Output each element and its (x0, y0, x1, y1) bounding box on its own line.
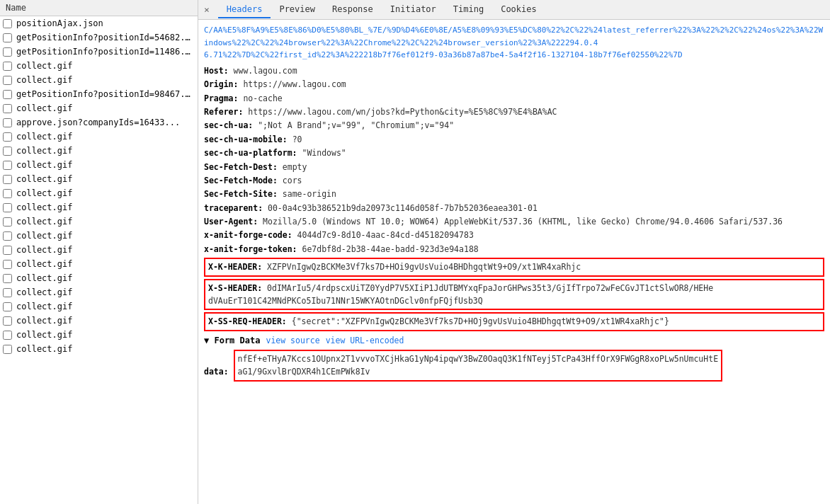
highlighted-header-name: X-SS-REQ-HEADER: (208, 316, 292, 326)
header-lines-container: Host: www.lagou.comOrigin: https://www.l… (204, 64, 824, 256)
header-name: Pragma: (204, 93, 243, 103)
list-item-checkbox[interactable] (3, 19, 12, 28)
list-item-checkbox[interactable] (3, 345, 12, 354)
list-item-checkbox[interactable] (3, 161, 12, 170)
list-item-text: collect.gif (16, 273, 72, 283)
highlighted-header: X-SS-REQ-HEADER: {"secret":"XZFPVnIgwQzB… (204, 312, 824, 331)
list-item-checkbox[interactable] (3, 62, 12, 71)
list-item-text: positionAjax.json (16, 18, 103, 28)
list-item[interactable]: collect.gif (0, 271, 198, 285)
list-item-checkbox[interactable] (3, 316, 12, 326)
list-item-checkbox[interactable] (3, 189, 12, 198)
list-item-checkbox[interactable] (3, 331, 12, 340)
list-item-text: collect.gif (16, 302, 72, 311)
list-item-text: collect.gif (16, 245, 72, 255)
list-item-checkbox[interactable] (3, 147, 12, 156)
header-name: Referer: (204, 107, 248, 117)
list-item-checkbox[interactable] (3, 76, 12, 85)
list-item[interactable]: collect.gif (0, 158, 198, 172)
left-panel-list: positionAjax.jsongetPositionInfo?positio… (0, 16, 198, 504)
list-item-checkbox[interactable] (3, 203, 12, 212)
list-item[interactable]: collect.gif (0, 229, 198, 243)
header-value: 4044d7c9-8d10-4aac-84cd-d45182094783 (297, 230, 474, 240)
list-item[interactable]: getPositionInfo?positionId=11486... (0, 45, 198, 59)
list-item[interactable]: collect.gif (0, 59, 198, 73)
list-item-checkbox[interactable] (3, 274, 12, 283)
tabs-container: HeadersPreviewResponseInitiatorTimingCoo… (218, 1, 545, 18)
list-item[interactable]: collect.gif (0, 172, 198, 186)
header-value: www.lagou.com (234, 66, 297, 76)
list-item-text: collect.gif (16, 75, 72, 85)
header-value: empty (283, 162, 307, 172)
form-data-value: nfEf+eTHyA7Kccs1OUpnx2T1vvvoTXCjHkaG1yNp… (234, 350, 723, 382)
list-item-checkbox[interactable] (3, 302, 12, 311)
list-item[interactable]: getPositionInfo?positionId=54682... (0, 30, 198, 45)
list-item-checkbox[interactable] (3, 132, 12, 142)
list-item[interactable]: collect.gif (0, 299, 198, 314)
list-item-text: collect.gif (16, 146, 72, 156)
header-value: https://www.lagou.com/wn/jobs?kd=Python&… (248, 107, 557, 117)
list-item-checkbox[interactable] (3, 217, 12, 227)
list-item[interactable]: collect.gif (0, 200, 198, 214)
list-item-text: collect.gif (16, 61, 72, 71)
tab-initiator[interactable]: Initiator (382, 1, 445, 18)
header-line: Sec-Fetch-Dest: empty (204, 161, 824, 173)
list-item[interactable]: collect.gif (0, 314, 198, 328)
list-item[interactable]: collect.gif (0, 186, 198, 200)
header-value: ";Not A Brand";v="99", "Chromium";v="94" (258, 120, 454, 130)
list-item-checkbox[interactable] (3, 175, 12, 184)
list-item-checkbox[interactable] (3, 47, 12, 57)
header-name: sec-ch-ua-mobile: (204, 134, 292, 144)
form-data-section: ▼ Form Data view source view URL-encoded… (204, 334, 824, 382)
tab-preview[interactable]: Preview (271, 1, 324, 18)
list-item-checkbox[interactable] (3, 104, 12, 113)
header-line: Referer: https://www.lagou.com/wn/jobs?k… (204, 105, 824, 118)
list-item[interactable]: collect.gif (0, 342, 198, 356)
list-item[interactable]: collect.gif (0, 214, 198, 229)
list-item[interactable]: collect.gif (0, 73, 198, 87)
list-item-text: getPositionInfo?positionId=54682... (16, 33, 195, 42)
form-data-label: ▼ Form Data (204, 334, 260, 348)
list-item[interactable]: collect.gif (0, 328, 198, 342)
list-item[interactable]: getPositionInfo?positionId=98467... (0, 87, 198, 101)
tab-headers[interactable]: Headers (218, 1, 271, 18)
list-item-checkbox[interactable] (3, 260, 12, 269)
list-item[interactable]: approve.json?companyIds=16433... (0, 115, 198, 130)
view-url-encoded-link[interactable]: view URL-encoded (326, 334, 404, 347)
header-line: x-anit-forge-code: 4044d7c9-8d10-4aac-84… (204, 229, 824, 241)
list-item-text: collect.gif (16, 160, 72, 170)
header-name: Origin: (204, 79, 243, 89)
tab-response[interactable]: Response (324, 1, 382, 18)
list-item-checkbox[interactable] (3, 33, 12, 42)
list-item[interactable]: collect.gif (0, 144, 198, 158)
list-item-text: getPositionInfo?positionId=98467... (16, 89, 195, 99)
list-item-checkbox[interactable] (3, 231, 12, 241)
view-source-link[interactable]: view source (266, 334, 319, 347)
header-value: same-origin (283, 189, 336, 199)
list-item-text: collect.gif (16, 287, 72, 297)
tab-cookies[interactable]: Cookies (492, 1, 545, 18)
list-item[interactable]: collect.gif (0, 130, 198, 144)
header-name: Host: (204, 66, 234, 76)
header-value: cors (283, 176, 302, 185)
header-name: x-anit-forge-code: (204, 230, 297, 240)
list-item-checkbox[interactable] (3, 288, 12, 297)
tab-timing[interactable]: Timing (445, 1, 492, 18)
list-item[interactable]: positionAjax.json (0, 16, 198, 30)
tab-bar: × HeadersPreviewResponseInitiatorTimingC… (198, 0, 830, 20)
list-item[interactable]: collect.gif (0, 257, 198, 271)
list-item-text: collect.gif (16, 132, 72, 142)
header-line: sec-ch-ua: ";Not A Brand";v="99", "Chrom… (204, 119, 824, 132)
header-name: User-Agent: (204, 217, 263, 227)
list-item[interactable]: collect.gif (0, 243, 198, 257)
list-item-checkbox[interactable] (3, 90, 12, 99)
list-item-text: collect.gif (16, 231, 72, 241)
list-item-text: collect.gif (16, 174, 72, 184)
list-item-checkbox[interactable] (3, 118, 12, 127)
list-item-checkbox[interactable] (3, 246, 12, 255)
list-item[interactable]: collect.gif (0, 285, 198, 299)
list-item[interactable]: collect.gif (0, 101, 198, 115)
main-layout: Name positionAjax.jsongetPositionInfo?po… (0, 0, 830, 504)
tab-close-button[interactable]: × (201, 3, 212, 16)
header-name: Sec-Fetch-Site: (204, 189, 283, 199)
